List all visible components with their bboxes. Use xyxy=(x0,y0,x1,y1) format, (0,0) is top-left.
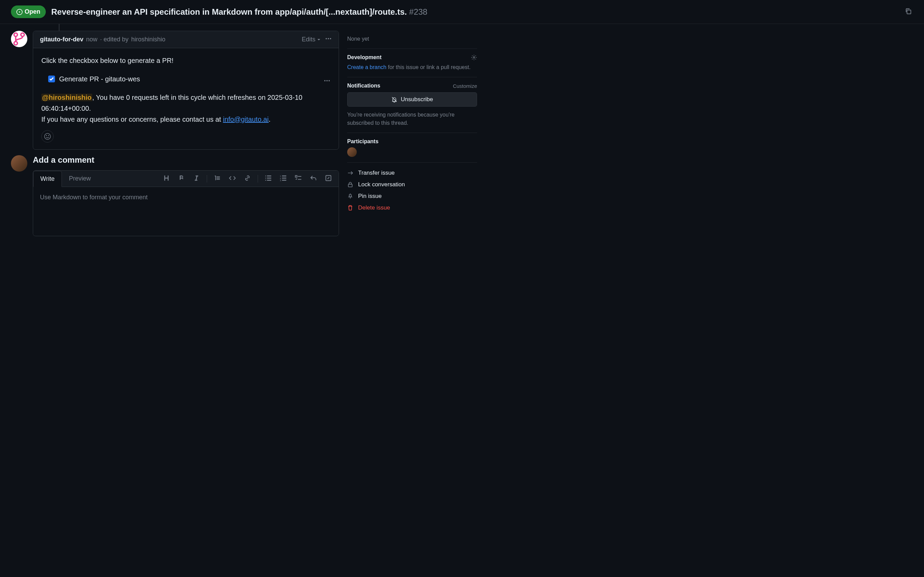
issue-number: #238 xyxy=(409,7,427,16)
comment-time: now xyxy=(86,36,97,43)
comment-textarea[interactable] xyxy=(33,187,339,235)
issue-title: Reverse-engineer an API specification in… xyxy=(51,7,898,17)
code-icon xyxy=(229,175,236,182)
customize-link[interactable]: Customize xyxy=(453,83,477,89)
pin-icon xyxy=(347,193,353,199)
italic-icon xyxy=(193,175,200,182)
svg-rect-22 xyxy=(348,184,352,187)
comment-box: gitauto-for-dev now · edited by hiroshin… xyxy=(33,31,339,150)
list-ordered-icon: 123 xyxy=(280,175,287,182)
svg-point-12 xyxy=(48,135,49,136)
svg-point-8 xyxy=(326,80,328,81)
edits-dropdown[interactable]: Edits xyxy=(302,36,321,43)
sidebar-section-notifications: Notifications Customize Unsubscribe You'… xyxy=(347,77,477,133)
unsubscribe-button[interactable]: Unsubscribe xyxy=(347,92,477,106)
none-yet-text: None yet xyxy=(347,35,477,43)
sidebar-section-assignees: None yet xyxy=(347,29,477,49)
gear-icon[interactable] xyxy=(471,54,477,61)
comment-intro: Click the checkbox below to generate a P… xyxy=(41,55,330,66)
ordered-list-button[interactable]: 123 xyxy=(278,173,288,184)
development-text: Create a branch for this issue or link a… xyxy=(347,63,477,71)
sidebar-section-participants: Participants xyxy=(347,133,477,163)
comment: gitauto-for-dev now · edited by hiroshin… xyxy=(11,31,339,150)
kebab-icon xyxy=(325,35,332,42)
svg-point-6 xyxy=(330,38,331,39)
quote-button[interactable] xyxy=(212,173,222,184)
svg-rect-0 xyxy=(907,10,911,14)
svg-point-5 xyxy=(328,38,329,39)
pin-issue-action[interactable]: Pin issue xyxy=(347,193,477,200)
fullscreen-button[interactable] xyxy=(324,173,333,184)
task-checkbox-checked[interactable] xyxy=(48,76,55,82)
task-actions-menu[interactable] xyxy=(324,76,330,87)
check-icon xyxy=(49,77,54,81)
bell-slash-icon xyxy=(391,97,398,103)
italic-button[interactable] xyxy=(192,173,201,184)
tab-preview[interactable]: Preview xyxy=(62,171,98,187)
add-comment-section: Add a comment Write Preview xyxy=(11,155,339,236)
task-checkbox-row[interactable]: Generate PR - gitauto-wes xyxy=(41,71,140,87)
copy-icon xyxy=(905,8,912,15)
task-list-button[interactable] xyxy=(293,173,303,184)
svg-point-1 xyxy=(14,33,18,37)
heading-icon xyxy=(163,175,170,182)
user-mention[interactable]: @hiroshinishio xyxy=(41,93,92,101)
bold-icon xyxy=(178,175,185,182)
svg-point-4 xyxy=(326,38,327,39)
create-branch-link[interactable]: Create a branch xyxy=(347,64,386,70)
svg-point-13 xyxy=(265,176,266,177)
add-reaction-button[interactable] xyxy=(41,130,54,143)
contact-email-link[interactable]: info@gitauto.ai xyxy=(223,116,269,123)
copy-link-button[interactable] xyxy=(903,6,913,17)
comment-editor: Write Preview 123 xyxy=(33,170,339,236)
notification-reason: You're receiving notifications because y… xyxy=(347,111,477,127)
svg-point-9 xyxy=(328,80,330,81)
svg-point-3 xyxy=(14,42,18,45)
add-comment-title: Add a comment xyxy=(33,155,339,165)
svg-point-7 xyxy=(324,80,326,81)
comment-body: Click the checkbox below to generate a P… xyxy=(33,48,339,149)
trash-icon xyxy=(347,205,353,211)
sidebar-section-development: Development Create a branch for this iss… xyxy=(347,49,477,77)
svg-point-2 xyxy=(21,33,24,37)
toolbar-separator xyxy=(258,175,258,182)
toolbar-separator xyxy=(207,175,207,182)
participant-avatar[interactable] xyxy=(347,147,357,157)
edited-by[interactable]: hiroshinishio xyxy=(131,36,166,43)
code-button[interactable] xyxy=(228,173,237,184)
transfer-issue-action[interactable]: Transfer issue xyxy=(347,169,477,176)
lock-conversation-action[interactable]: Lock conversation xyxy=(347,181,477,188)
svg-rect-19 xyxy=(295,176,297,177)
comment-author[interactable]: gitauto-for-dev xyxy=(40,36,84,43)
development-heading: Development xyxy=(347,54,477,61)
timeline-connector xyxy=(59,24,339,31)
edited-prefix: · edited by xyxy=(100,36,129,43)
sidebar: None yet Development Create a branch for… xyxy=(347,24,477,242)
svg-point-15 xyxy=(265,180,266,181)
arrow-right-icon xyxy=(347,170,353,176)
comment-actions-menu[interactable] xyxy=(325,35,332,44)
link-icon xyxy=(244,175,251,182)
delete-issue-action[interactable]: Delete issue xyxy=(347,205,477,211)
link-button[interactable] xyxy=(243,173,252,184)
smiley-icon xyxy=(44,133,51,140)
participants-heading: Participants xyxy=(347,139,477,145)
current-user-avatar[interactable] xyxy=(11,155,27,172)
reply-icon xyxy=(310,175,317,182)
issue-open-icon xyxy=(16,9,23,15)
task-label: Generate PR - gitauto-wes xyxy=(59,74,140,84)
comment-header: gitauto-for-dev now · edited by hiroshin… xyxy=(33,31,339,48)
issue-header: Open Reverse-engineer an API specificati… xyxy=(0,0,924,24)
quote-icon xyxy=(214,175,221,182)
lock-icon xyxy=(347,182,353,188)
unordered-list-button[interactable] xyxy=(264,173,273,184)
svg-point-14 xyxy=(265,178,266,179)
tasklist-icon xyxy=(295,175,302,182)
bold-button[interactable] xyxy=(177,173,186,184)
kebab-icon xyxy=(324,77,330,84)
reply-button[interactable] xyxy=(309,173,318,184)
bot-avatar[interactable] xyxy=(11,31,27,47)
state-label: Open xyxy=(24,8,40,15)
heading-button[interactable] xyxy=(162,173,171,184)
tab-write[interactable]: Write xyxy=(33,171,62,187)
